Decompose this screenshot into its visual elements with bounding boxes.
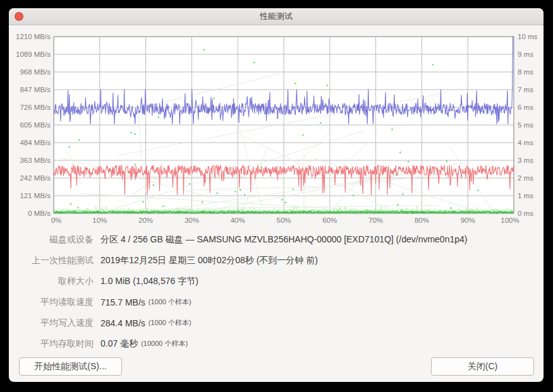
svg-text:1 ms: 1 ms — [518, 192, 533, 199]
svg-text:242 MB/s: 242 MB/s — [20, 174, 51, 182]
detail-label: 取样大小 — [19, 276, 94, 287]
window-title: 性能测试 — [9, 8, 544, 25]
svg-text:4 ms: 4 ms — [518, 139, 533, 146]
svg-text:10%: 10% — [92, 217, 107, 224]
svg-text:1089 MB/s: 1089 MB/s — [16, 50, 51, 58]
detail-note: (1000 个样本) — [149, 297, 191, 307]
svg-text:30%: 30% — [185, 217, 199, 224]
svg-text:80%: 80% — [415, 217, 429, 224]
svg-text:20%: 20% — [138, 217, 153, 224]
svg-text:0%: 0% — [51, 217, 62, 224]
detail-value: 715.7 MB/s — [100, 297, 145, 307]
svg-text:3 ms: 3 ms — [518, 157, 533, 164]
svg-text:121 MB/s: 121 MB/s — [20, 192, 51, 199]
detail-row-read-rate: 平均读取速度 715.7 MB/s (1000 个样本) — [19, 292, 537, 312]
detail-label: 平均写入速度 — [19, 318, 94, 329]
svg-text:5 ms: 5 ms — [518, 121, 533, 129]
svg-text:90%: 90% — [461, 217, 475, 224]
svg-text:10 ms: 10 ms — [518, 33, 538, 40]
detail-row-disk: 磁盘或设备 分区 4 / 256 GB 磁盘 — SAMSUNG MZVLB25… — [19, 229, 537, 250]
svg-text:2 ms: 2 ms — [518, 174, 533, 182]
benchmark-dialog: 性能测试 0 MB/s121 MB/s242 MB/s363 MB/s484 M… — [9, 8, 544, 382]
svg-text:363 MB/s: 363 MB/s — [20, 157, 51, 164]
close-dialog-button[interactable]: 关闭(C) — [431, 357, 534, 376]
benchmark-chart: 0 MB/s121 MB/s242 MB/s363 MB/s484 MB/s60… — [9, 25, 544, 229]
svg-text:726 MB/s: 726 MB/s — [20, 104, 51, 111]
svg-text:605 MB/s: 605 MB/s — [20, 121, 51, 129]
svg-text:40%: 40% — [231, 217, 245, 224]
detail-value: 1.0 MiB (1,048,576 字节) — [100, 276, 198, 287]
detail-value: 284.4 MB/s — [100, 318, 145, 328]
svg-text:0 MB/s: 0 MB/s — [28, 210, 51, 217]
detail-note: (1000 个样本) — [149, 318, 191, 328]
svg-text:100%: 100% — [501, 217, 519, 224]
detail-label: 磁盘或设备 — [19, 234, 94, 246]
svg-text:0 ms: 0 ms — [518, 210, 533, 217]
svg-text:1210 MB/s: 1210 MB/s — [16, 33, 51, 40]
svg-text:6 ms: 6 ms — [518, 104, 533, 111]
detail-row-write-rate: 平均写入速度 284.4 MB/s (1000 个样本) — [19, 312, 537, 333]
svg-text:847 MB/s: 847 MB/s — [20, 86, 51, 93]
detail-label: 平均存取时间 — [19, 338, 94, 350]
svg-text:9 ms: 9 ms — [518, 50, 533, 58]
svg-text:7 ms: 7 ms — [518, 86, 533, 93]
detail-row-access-time: 平均存取时间 0.07 毫秒 (10000 个样本) — [19, 333, 537, 354]
detail-label: 平均读取速度 — [19, 297, 94, 308]
detail-value: 2019年12月25日 星期三 00时02分08秒 (不到一分钟 前) — [100, 255, 318, 266]
detail-note: (10000 个样本) — [141, 339, 188, 348]
svg-text:60%: 60% — [322, 217, 337, 224]
detail-row-sample-size: 取样大小 1.0 MiB (1,048,576 字节) — [19, 271, 537, 292]
svg-text:70%: 70% — [368, 217, 383, 224]
svg-text:484 MB/s: 484 MB/s — [20, 139, 51, 146]
titlebar[interactable]: 性能测试 — [9, 8, 544, 25]
start-benchmark-button[interactable]: 开始性能测试(S)... — [19, 357, 122, 376]
svg-text:968 MB/s: 968 MB/s — [20, 68, 51, 76]
benchmark-details: 磁盘或设备 分区 4 / 256 GB 磁盘 — SAMSUNG MZVLB25… — [19, 229, 537, 354]
svg-text:50%: 50% — [276, 217, 291, 224]
detail-label: 上一次性能测试 — [19, 255, 94, 266]
detail-value: 分区 4 / 256 GB 磁盘 — SAMSUNG MZVLB256HAHQ-… — [100, 234, 467, 246]
svg-text:8 ms: 8 ms — [518, 68, 533, 76]
detail-row-last-benchmark: 上一次性能测试 2019年12月25日 星期三 00时02分08秒 (不到一分钟… — [19, 250, 537, 271]
detail-value: 0.07 毫秒 — [100, 338, 138, 350]
